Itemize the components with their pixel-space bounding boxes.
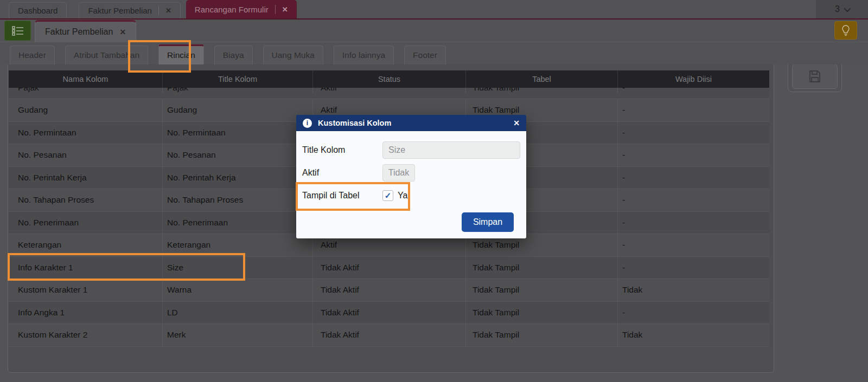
form-tab-info-lainnya[interactable]: Info lainnya [334, 46, 394, 64]
table-cell: No. Permintaan [9, 122, 163, 144]
table-cell: - [618, 302, 769, 324]
column-header: Nama Kolom [9, 70, 163, 88]
main-tab-bar: Dashboard Faktur Pembelian ✕ Rancangan F… [0, 0, 868, 18]
dialog-header: i Kustomisasi Kolom ✕ [296, 115, 526, 131]
table-cell: Info Karakter 1 [9, 257, 163, 279]
table-cell: No. Tahapan Proses [163, 189, 313, 211]
table-cell: Tidak Aktif [313, 279, 466, 301]
table-cell: - [618, 189, 769, 211]
tab-faktur-pembelian[interactable]: Faktur Pembelian ✕ [79, 2, 180, 18]
dialog-footer: Simpan [302, 212, 520, 232]
table-cell: Tidak Aktif [313, 302, 466, 324]
save-floppy-icon [807, 69, 822, 84]
field-label: Aktif [302, 168, 382, 178]
close-icon[interactable]: ✕ [119, 28, 126, 36]
column-header: Tabel [466, 70, 618, 88]
table-header-row: Nama KolomTitle KolomStatusTabelWajib Di… [9, 70, 769, 88]
form-tab-atribut-tambahan[interactable]: Atribut Tambahan [65, 46, 148, 64]
document-tab-label: Faktur Pembelian [45, 27, 113, 37]
workspace-bar: Faktur Pembelian ✕ [0, 20, 868, 42]
table-cell: - [618, 144, 769, 166]
table-cell: Tidak Aktif [313, 324, 466, 346]
tab-dashboard[interactable]: Dashboard [9, 2, 67, 18]
dialog-body: Title Kolom Aktif Tidak Tampil di Tabel … [296, 131, 526, 238]
checkbox-label: Ya [398, 191, 407, 200]
table-cell: No. Pesanan [9, 144, 163, 166]
chevron-down-icon [844, 5, 851, 12]
table-cell: No. Pesanan [163, 144, 313, 166]
divider [158, 6, 159, 15]
table-row[interactable]: Info Angka 1LDTidak AktifTidak Tampil- [9, 302, 769, 325]
table-row[interactable]: Kustom Karakter 2MerkTidak AktifTidak Ta… [9, 324, 769, 347]
table-cell: No. Permintaan [163, 122, 313, 144]
table-cell: Kustom Karakter 2 [9, 324, 163, 346]
divider [275, 5, 276, 14]
table-cell: No. Tahapan Proses [9, 189, 163, 211]
hint-lamp-button[interactable] [834, 21, 857, 40]
table-cell: Aktif [313, 88, 466, 93]
table-cell: Tidak Tampil [466, 279, 618, 301]
tab-label: Rancangan Formulir [195, 5, 269, 14]
kustomisasi-kolom-dialog: i Kustomisasi Kolom ✕ Title Kolom Aktif … [296, 115, 526, 238]
table-cell: Pajak [163, 88, 313, 93]
table-cell: No. Penerimaan [9, 212, 163, 234]
form-tab-footer[interactable]: Footer [404, 46, 446, 64]
tab-overflow-count: 3 [835, 4, 840, 14]
table-cell: - [618, 99, 769, 121]
document-tab-faktur-pembelian[interactable]: Faktur Pembelian ✕ [35, 20, 136, 42]
column-header: Status [313, 70, 466, 88]
table-cell: Tidak Tampil [466, 324, 618, 346]
table-cell: Gudang [9, 99, 163, 121]
tab-label: Dashboard [18, 6, 58, 15]
table-cell: Tidak Aktif [313, 257, 466, 279]
table-row[interactable]: Info Karakter 1SizeTidak AktifTidak Tamp… [9, 257, 769, 280]
table-cell: Tidak [618, 279, 769, 301]
check-icon: ✓ [385, 191, 392, 200]
field-aktif: Aktif Tidak [302, 164, 520, 182]
field-label: Tampil di Tabel [302, 191, 382, 200]
table-cell: - [618, 122, 769, 144]
table-cell: LD [163, 302, 313, 324]
tab-rancangan-formulir[interactable]: Rancangan Formulir ✕ [186, 0, 297, 18]
tab-overflow-dropdown[interactable]: 3 [816, 0, 868, 18]
table-cell: No. Perintah Kerja [9, 167, 163, 189]
table-cell: - [618, 212, 769, 234]
table-cell: Pajak [9, 88, 163, 93]
table-cell: No. Penerimaan [163, 212, 313, 234]
title-kolom-input[interactable] [382, 141, 520, 159]
table-row[interactable]: PajakPajakAktifTidak Tampil- [9, 88, 769, 99]
table-cell: - [618, 234, 769, 256]
column-header: Title Kolom [163, 70, 313, 88]
field-title-kolom: Title Kolom [302, 141, 520, 159]
table-cell: Tidak Tampil [466, 257, 618, 279]
field-tampil-di-tabel: Tampil di Tabel ✓ Ya [302, 190, 520, 201]
form-tab-biaya[interactable]: Biaya [214, 46, 253, 64]
form-tab-header[interactable]: Header [10, 46, 55, 64]
table-cell: No. Perintah Kerja [163, 167, 313, 189]
tampil-checkbox[interactable]: ✓ [382, 190, 393, 201]
column-header: Wajib Diisi [618, 70, 769, 88]
form-tab-bar: HeaderAtribut TambahanRincianBiayaUang M… [0, 42, 868, 64]
list-icon [11, 24, 25, 37]
table-cell: Gudang [163, 99, 313, 121]
simpan-button[interactable]: Simpan [462, 212, 514, 232]
side-toolbar [788, 61, 842, 92]
field-label: Title Kolom [302, 145, 382, 155]
table-row[interactable]: Kustom Karakter 1WarnaTidak AktifTidak T… [9, 279, 769, 302]
aktif-toggle-button[interactable]: Tidak [382, 164, 415, 182]
table-cell: - [618, 88, 769, 93]
close-icon[interactable]: ✕ [513, 119, 520, 127]
close-icon[interactable]: ✕ [282, 5, 288, 14]
table-cell: Warna [163, 279, 313, 301]
table-cell: Kustom Karakter 1 [9, 279, 163, 301]
table-cell: Tidak Tampil [466, 88, 618, 93]
lightbulb-icon [840, 24, 851, 36]
save-layout-button[interactable] [792, 64, 838, 89]
menu-list-button[interactable] [4, 21, 31, 41]
form-tab-rincian[interactable]: Rincian [158, 44, 204, 64]
tab-label: Faktur Pembelian [88, 6, 152, 15]
table-cell: Keterangan [163, 234, 313, 256]
table-cell: Tidak [618, 324, 769, 346]
close-icon[interactable]: ✕ [165, 7, 171, 15]
form-tab-uang-muka[interactable]: Uang Muka [263, 46, 323, 64]
